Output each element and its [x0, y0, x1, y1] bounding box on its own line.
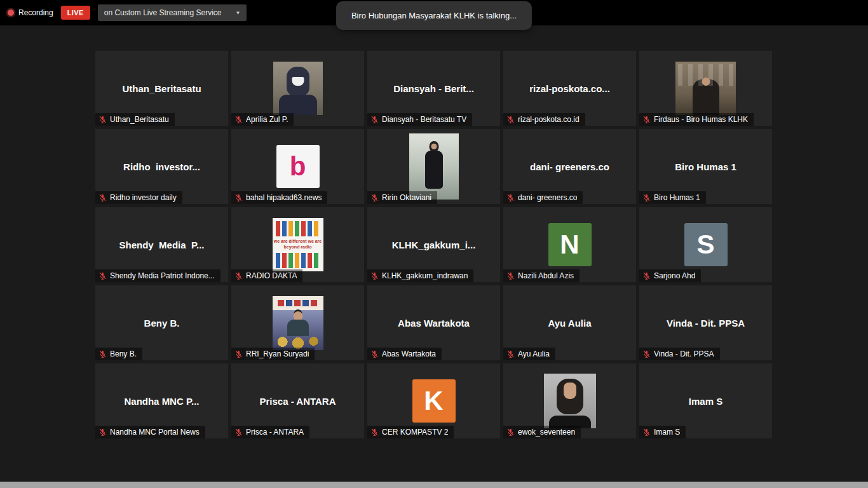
participant-tile[interactable]: Ririn Oktaviani: [367, 129, 500, 204]
participant-grid: Uthan_Beritasatu Uthan_Beritasatu: [95, 51, 772, 438]
taskbar-strip: [0, 482, 868, 488]
muted-mic-icon: [98, 194, 107, 202]
muted-mic-icon: [642, 428, 651, 437]
participant-label: CER KOMPASTV 2: [367, 426, 454, 438]
participant-tile[interactable]: Biro Humas 1 Biro Humas 1: [639, 129, 772, 204]
participant-label: ewok_seventeen: [503, 426, 581, 438]
video-frame: [273, 296, 323, 350]
muted-mic-icon: [642, 350, 651, 358]
video-art: [678, 64, 733, 86]
participant-label-text: Prisca - ANTARA: [246, 428, 304, 437]
participant-label-text: Biro Humas 1: [654, 193, 700, 202]
stream-service-dropdown[interactable]: on Custom Live Streaming Service ▼: [98, 4, 247, 21]
participant-tile[interactable]: rizal-poskota.co... rizal-poskota.co.id: [503, 51, 636, 126]
participant-tile[interactable]: Abas Wartakota Abas Wartakota: [367, 285, 500, 360]
participant-label-text: Beny B.: [110, 349, 137, 358]
participant-label-text: dani- greeners.co: [518, 193, 577, 202]
participant-label: Nazili Abdul Azis: [503, 269, 580, 282]
participant-tile[interactable]: Imam S Imam S: [639, 363, 772, 438]
participant-label-text: Uthan_Beritasatu: [110, 115, 169, 124]
live-badge: LIVE: [61, 6, 90, 20]
participant-tile[interactable]: Uthan_Beritasatu Uthan_Beritasatu: [95, 51, 228, 126]
muted-mic-icon: [370, 194, 379, 202]
participant-tile[interactable]: Firdaus - Biro Humas KLHK: [639, 51, 772, 126]
participant-label-text: Aprilia Zul P.: [246, 115, 288, 124]
participant-label: Ririn Oktaviani: [367, 191, 437, 204]
muted-mic-icon: [506, 272, 515, 280]
participant-tile[interactable]: Aprilia Zul P.: [231, 51, 364, 126]
participant-label: Imam S: [639, 426, 686, 438]
participant-tile[interactable]: ewok_seventeen: [503, 363, 636, 438]
participant-label-text: Sarjono Ahd: [654, 271, 695, 280]
participant-label: Ayu Aulia: [503, 348, 555, 360]
participant-label-text: Abas Wartakota: [382, 349, 436, 358]
muted-mic-icon: [370, 350, 379, 358]
muted-mic-icon: [370, 272, 379, 280]
muted-mic-icon: [370, 428, 379, 437]
participant-label-text: Diansyah - Beritasatu TV: [382, 115, 466, 124]
participant-label-text: bahal hipakad63.news: [246, 193, 322, 202]
participant-tile[interactable]: Diansyah - Berit... Diansyah - Beritasat…: [367, 51, 500, 126]
participant-tile[interactable]: Ayu Aulia Ayu Aulia: [503, 285, 636, 360]
participant-tile[interactable]: Shendy Media P... Shendy Media Patriot I…: [95, 207, 228, 282]
participant-tile[interactable]: RRI_Ryan Suryadi: [231, 285, 364, 360]
participant-tile[interactable]: we are different we are beyond radio RAD…: [231, 207, 364, 282]
muted-mic-icon: [370, 116, 379, 124]
participant-label: Vinda - Dit. PPSA: [639, 348, 720, 360]
participant-label: RADIO DAKTA: [231, 269, 302, 282]
video-art: [276, 221, 320, 236]
participant-label-text: Ayu Aulia: [518, 349, 550, 358]
participant-label: Diansyah - Beritasatu TV: [367, 113, 472, 126]
video-frame: we are different we are beyond radio: [273, 218, 323, 271]
participant-label: Aprilia Zul P.: [231, 113, 294, 126]
participant-label-text: rizal-poskota.co.id: [518, 115, 580, 124]
avatar: S: [684, 223, 728, 266]
recording-indicator: Recording: [8, 8, 53, 17]
participant-tile[interactable]: N Nazili Abdul Azis: [503, 207, 636, 282]
participant-label-text: RRI_Ryan Suryadi: [246, 349, 309, 358]
muted-mic-icon: [234, 194, 243, 202]
participant-tile[interactable]: Nandha MNC P... Nandha MNC Portal News: [95, 363, 228, 438]
participant-label-text: Imam S: [654, 428, 680, 437]
participant-tile[interactable]: KLHK_gakkum_i... KLHK_gakkum_indrawan: [367, 207, 500, 282]
participant-tile[interactable]: K CER KOMPASTV 2: [367, 363, 500, 438]
chevron-down-icon: ▼: [236, 10, 241, 16]
participant-label-text: KLHK_gakkum_indrawan: [382, 271, 468, 280]
participant-label: Nandha MNC Portal News: [95, 426, 205, 438]
participant-label: bahal hipakad63.news: [231, 191, 327, 204]
participant-tile[interactable]: S Sarjono Ahd: [639, 207, 772, 282]
participant-label-text: Firdaus - Biro Humas KLHK: [654, 115, 748, 124]
video-art: [564, 383, 576, 399]
muted-mic-icon: [642, 272, 651, 280]
recording-icon: [8, 10, 14, 16]
video-frame: [675, 62, 736, 115]
avatar: b: [276, 145, 320, 188]
stream-service-label: on Custom Live Streaming Service: [104, 8, 222, 17]
participant-tile[interactable]: dani- greeners.co dani- greeners.co: [503, 129, 636, 204]
participant-tile[interactable]: Prisca - ANTARA Prisca - ANTARA: [231, 363, 364, 438]
video-art: [278, 300, 318, 306]
muted-mic-icon: [642, 194, 651, 202]
participant-label: Abas Wartakota: [367, 348, 442, 360]
participant-label-text: Shendy Media Patriot Indone...: [110, 271, 215, 280]
participant-label-text: Ridho investor daily: [110, 193, 177, 202]
muted-mic-icon: [506, 194, 515, 202]
participant-label-text: ewok_seventeen: [518, 428, 575, 437]
muted-mic-icon: [506, 116, 515, 124]
participant-label-text: Ririn Oktaviani: [382, 193, 431, 202]
video-frame: [409, 133, 459, 200]
muted-mic-icon: [98, 272, 107, 280]
participant-label: Shendy Media Patriot Indone...: [95, 269, 220, 282]
participant-label-text: RADIO DAKTA: [246, 271, 297, 280]
participant-label: Prisca - ANTARA: [231, 426, 309, 438]
participant-label-text: Nazili Abdul Azis: [518, 271, 574, 280]
participant-label: Biro Humas 1: [639, 191, 706, 204]
participant-tile[interactable]: Beny B. Beny B.: [95, 285, 228, 360]
muted-mic-icon: [98, 428, 107, 437]
participant-tile[interactable]: Vinda - Dit. PPSA Vinda - Dit. PPSA: [639, 285, 772, 360]
participant-label-text: CER KOMPASTV 2: [382, 428, 448, 437]
muted-mic-icon: [506, 350, 515, 358]
video-art: [279, 95, 317, 115]
participant-tile[interactable]: b bahal hipakad63.news: [231, 129, 364, 204]
participant-tile[interactable]: Ridho investor... Ridho investor daily: [95, 129, 228, 204]
